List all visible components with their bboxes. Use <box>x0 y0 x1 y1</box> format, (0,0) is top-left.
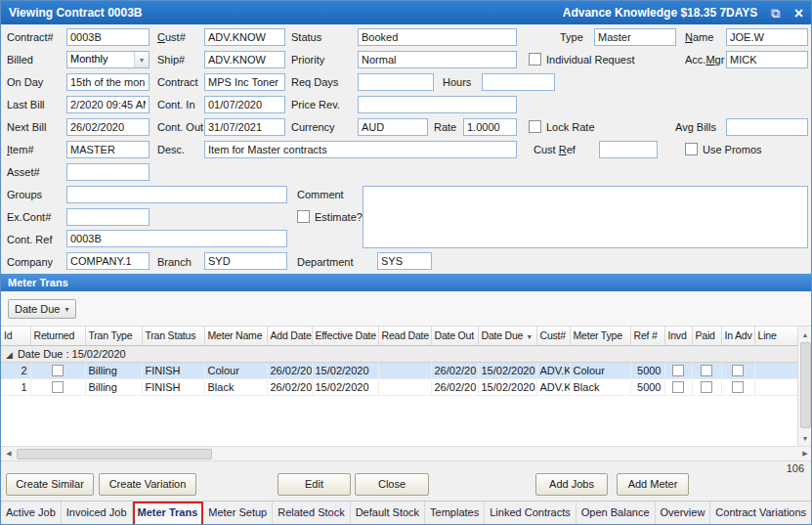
col-returned[interactable]: Returned <box>30 327 85 345</box>
priority-field[interactable] <box>358 51 517 68</box>
cont-out-field[interactable] <box>204 118 285 136</box>
department-field[interactable] <box>377 252 432 270</box>
scroll-right-icon[interactable]: ▶ <box>797 447 812 460</box>
tab-meter-trans[interactable]: Meter Trans <box>133 502 204 525</box>
cont-ref-field[interactable] <box>66 230 287 247</box>
tab-default-stock[interactable]: Default Stock <box>351 502 425 525</box>
add-jobs-button[interactable]: Add Jobs <box>535 473 608 496</box>
col-in-adv[interactable]: In Adv <box>721 327 754 345</box>
type-field[interactable] <box>594 28 676 46</box>
col-invd[interactable]: Invd <box>664 327 692 345</box>
asset-no-field[interactable] <box>66 163 150 181</box>
table-row[interactable]: 2 Billing FINISH Colour 26/02/20 15/02/2… <box>1 362 797 378</box>
checkbox-box[interactable] <box>297 210 310 223</box>
req-days-field[interactable] <box>358 73 434 91</box>
avg-bills-field[interactable] <box>726 118 808 136</box>
scroll-down-icon[interactable]: ▼ <box>798 430 812 446</box>
tab-open-balance[interactable]: Open Balance <box>577 502 656 525</box>
vertical-scroll-thumb[interactable] <box>800 342 811 428</box>
price-rev-label: Price Rev. <box>291 99 340 110</box>
cell-date-due: 15/02/2020 <box>478 378 536 395</box>
checkbox-box[interactable] <box>685 143 698 155</box>
close-icon[interactable]: × <box>794 7 803 20</box>
individual-request-checkbox[interactable]: Individual Request <box>529 53 635 66</box>
paid-checkbox[interactable] <box>701 365 712 376</box>
contract-no-field[interactable] <box>66 28 150 46</box>
group-row[interactable]: ◢Date Due : 15/02/2020 <box>1 345 797 362</box>
add-meter-button[interactable]: Add Meter <box>617 473 689 496</box>
acc-mgr-field[interactable] <box>726 51 808 68</box>
billed-combo[interactable]: Monthly ▾ <box>66 51 150 68</box>
horizontal-scrollbar[interactable]: ◀ ▶ <box>1 446 812 461</box>
col-date-out[interactable]: Date Out <box>431 327 478 345</box>
invd-checkbox[interactable] <box>672 365 684 376</box>
hours-field[interactable] <box>482 73 555 91</box>
checkbox-box[interactable] <box>529 120 541 133</box>
comment-field[interactable] <box>363 186 808 248</box>
col-id[interactable]: Id <box>1 327 30 345</box>
estimate-checkbox[interactable]: Estimate? <box>297 210 363 223</box>
tab-contract-variations[interactable]: Contract Variations <box>710 502 811 525</box>
tab-overview[interactable]: Overview <box>656 502 711 525</box>
close-button[interactable]: Close <box>355 473 429 496</box>
contract-type-field[interactable] <box>204 73 285 91</box>
branch-field[interactable] <box>204 252 287 270</box>
status-field[interactable] <box>358 28 517 46</box>
col-ref-no[interactable]: Ref # <box>630 327 664 345</box>
name-field[interactable] <box>726 28 808 46</box>
in-adv-checkbox[interactable] <box>732 365 744 376</box>
lock-rate-checkbox[interactable]: Lock Rate <box>529 120 595 133</box>
price-rev-field[interactable] <box>358 96 517 113</box>
last-bill-field[interactable] <box>66 96 150 113</box>
vertical-scrollbar[interactable]: ▲ ▼ <box>797 327 812 446</box>
checkbox-box[interactable] <box>529 53 541 66</box>
groups-field[interactable] <box>66 186 287 203</box>
tab-active-job[interactable]: Active Job <box>1 502 62 525</box>
col-effective-date[interactable]: Effective Date <box>312 327 378 345</box>
group-by-date-due-button[interactable]: Date Due ▾ <box>8 299 76 319</box>
horizontal-scroll-thumb[interactable] <box>17 449 212 459</box>
restore-icon[interactable]: ⧉ <box>771 7 780 20</box>
invd-checkbox[interactable] <box>672 381 684 393</box>
col-read-date[interactable]: Read Date <box>378 327 431 345</box>
col-line[interactable]: Line <box>754 327 797 345</box>
company-field[interactable] <box>66 252 150 270</box>
col-meter-name[interactable]: Meter Name <box>204 327 267 345</box>
group-expand-icon[interactable]: ◢ <box>6 350 13 360</box>
tab-templates[interactable]: Templates <box>425 502 485 525</box>
tab-meter-setup[interactable]: Meter Setup <box>203 502 273 525</box>
col-paid[interactable]: Paid <box>692 327 721 345</box>
edit-button[interactable]: Edit <box>278 473 351 496</box>
cust-no-field[interactable] <box>204 28 285 46</box>
col-add-date[interactable]: Add Date <box>267 327 312 345</box>
returned-checkbox[interactable] <box>52 381 64 393</box>
col-date-due[interactable]: Date Due▼ <box>478 327 536 345</box>
rate-field[interactable] <box>463 118 517 136</box>
on-day-field[interactable] <box>66 73 150 91</box>
col-tran-type[interactable]: Tran Type <box>85 327 142 345</box>
tab-related-stock[interactable]: Related Stock <box>273 502 350 525</box>
ex-cont-no-field[interactable] <box>66 208 150 226</box>
in-adv-checkbox[interactable] <box>732 381 744 393</box>
cont-in-field[interactable] <box>204 96 285 113</box>
paid-checkbox[interactable] <box>701 381 712 393</box>
chevron-down-icon[interactable]: ▾ <box>134 52 149 67</box>
col-tran-status[interactable]: Tran Status <box>142 327 204 345</box>
ship-no-field[interactable] <box>204 51 285 68</box>
col-cust-no[interactable]: Cust# <box>536 327 570 345</box>
scroll-left-icon[interactable]: ◀ <box>1 447 17 460</box>
tab-invoiced-job[interactable]: Invoiced Job <box>62 502 133 525</box>
use-promos-checkbox[interactable]: Use Promos <box>685 143 762 155</box>
scroll-up-icon[interactable]: ▲ <box>798 327 812 342</box>
create-variation-button[interactable]: Create Variation <box>99 473 196 496</box>
table-row[interactable]: 1 Billing FINISH Black 26/02/20 15/02/20… <box>1 378 797 395</box>
tab-linked-contracts[interactable]: Linked Contracts <box>485 502 577 525</box>
col-meter-type[interactable]: Meter Type <box>570 327 630 345</box>
item-no-field[interactable] <box>66 141 150 158</box>
next-bill-field[interactable] <box>66 118 150 136</box>
cust-ref-field[interactable] <box>599 141 658 158</box>
desc-field[interactable] <box>204 141 517 158</box>
currency-field[interactable] <box>358 118 428 136</box>
create-similar-button[interactable]: Create Similar <box>6 473 94 496</box>
returned-checkbox[interactable] <box>52 365 64 376</box>
